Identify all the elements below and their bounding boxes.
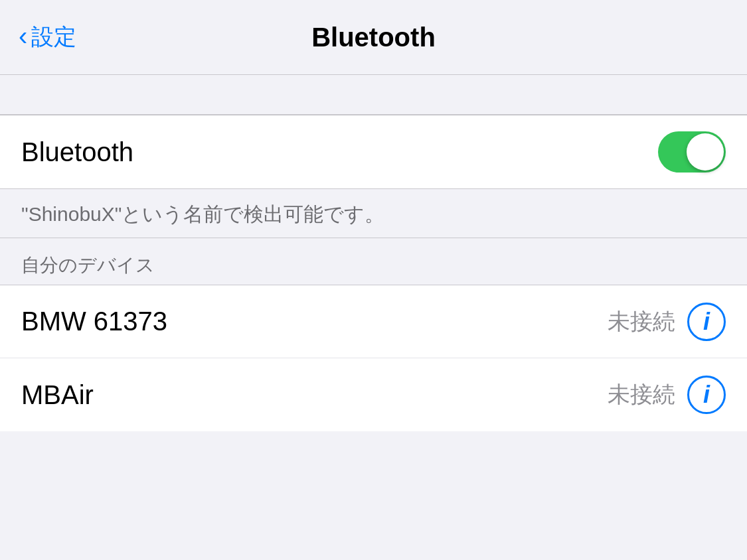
bluetooth-toggle-row: Bluetooth — [0, 115, 747, 188]
chevron-left-icon: ‹ — [19, 23, 27, 49]
back-button[interactable]: ‹ 設定 — [19, 22, 76, 52]
bluetooth-section: Bluetooth — [0, 115, 747, 189]
device-name: MBAir — [21, 380, 94, 410]
page-title: Bluetooth — [311, 23, 436, 52]
bluetooth-toggle[interactable] — [658, 131, 726, 173]
device-right: 未接続 i — [608, 303, 726, 341]
my-devices-label: 自分のデバイス — [21, 255, 155, 275]
discoverable-text: "ShinobuX"という名前で検出可能です。 — [21, 203, 384, 225]
device-status: 未接続 — [608, 307, 675, 337]
device-name: BMW 61373 — [21, 307, 167, 336]
toggle-knob — [687, 133, 724, 171]
device-status: 未接続 — [608, 380, 675, 410]
device-row[interactable]: MBAir 未接続 i — [0, 358, 747, 431]
device-row[interactable]: BMW 61373 未接続 i — [0, 285, 747, 358]
bluetooth-label: Bluetooth — [21, 137, 133, 167]
my-devices-header: 自分のデバイス — [0, 238, 747, 285]
info-button[interactable]: i — [687, 303, 726, 341]
back-label: 設定 — [31, 22, 76, 52]
discoverable-info: "ShinobuX"という名前で検出可能です。 — [0, 189, 747, 238]
info-button[interactable]: i — [687, 376, 726, 414]
navigation-header: ‹ 設定 Bluetooth — [0, 0, 747, 75]
spacer — [0, 75, 747, 115]
device-list: BMW 61373 未接続 i MBAir 未接続 i — [0, 285, 747, 431]
device-right: 未接続 i — [608, 376, 726, 414]
